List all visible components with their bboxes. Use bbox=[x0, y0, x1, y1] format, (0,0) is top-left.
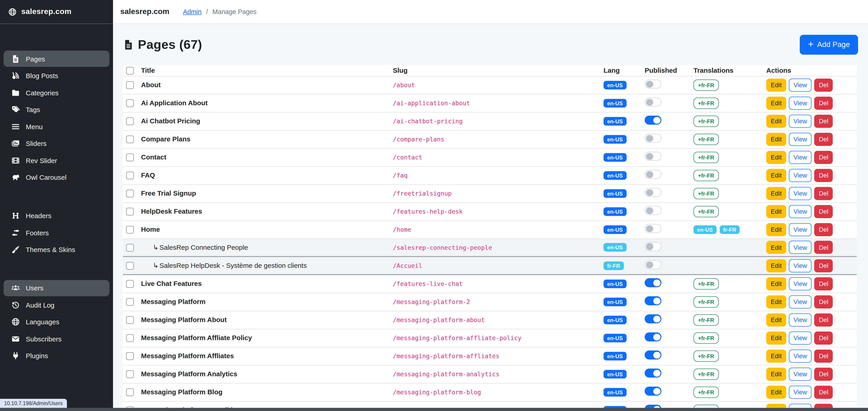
delete-button[interactable]: Del bbox=[814, 368, 833, 380]
add-translation-button[interactable]: +fr-FR bbox=[693, 151, 719, 163]
row-checkbox[interactable] bbox=[126, 226, 134, 234]
edit-button[interactable]: Edit bbox=[766, 277, 786, 290]
view-button[interactable]: View bbox=[789, 241, 811, 254]
edit-button[interactable]: Edit bbox=[766, 78, 786, 92]
view-button[interactable]: View bbox=[789, 205, 811, 218]
add-page-button[interactable]: + Add Page bbox=[800, 35, 858, 55]
edit-button[interactable]: Edit bbox=[766, 368, 786, 380]
delete-button[interactable]: Del bbox=[814, 331, 833, 344]
view-button[interactable]: View bbox=[789, 385, 811, 399]
edit-button[interactable]: Edit bbox=[766, 133, 786, 146]
add-translation-button[interactable]: +fr-FR bbox=[693, 314, 719, 326]
sidebar-item-menu[interactable]: Menu bbox=[4, 118, 110, 135]
edit-button[interactable]: Edit bbox=[766, 241, 786, 254]
add-translation-button[interactable]: +fr-FR bbox=[693, 97, 719, 109]
published-toggle[interactable] bbox=[645, 387, 661, 396]
add-translation-button[interactable]: +fr-FR bbox=[693, 206, 719, 217]
delete-button[interactable]: Del bbox=[814, 241, 833, 254]
published-toggle[interactable] bbox=[645, 333, 661, 341]
add-translation-button[interactable]: +fr-FR bbox=[693, 278, 719, 289]
delete-button[interactable]: Del bbox=[814, 169, 833, 182]
add-translation-button[interactable]: +fr-FR bbox=[693, 133, 719, 145]
published-toggle[interactable] bbox=[645, 296, 661, 305]
view-button[interactable]: View bbox=[789, 78, 811, 92]
sidebar-item-sliders[interactable]: Sliders bbox=[4, 135, 110, 151]
view-button[interactable]: View bbox=[789, 133, 811, 146]
view-button[interactable]: View bbox=[789, 114, 811, 128]
row-checkbox[interactable] bbox=[126, 370, 134, 378]
published-toggle[interactable] bbox=[645, 79, 661, 89]
sidebar-item-blog-posts[interactable]: Blog Posts bbox=[4, 68, 110, 84]
view-button[interactable]: View bbox=[789, 295, 811, 308]
delete-button[interactable]: Del bbox=[814, 277, 833, 290]
row-checkbox[interactable] bbox=[126, 244, 134, 251]
edit-button[interactable]: Edit bbox=[766, 169, 786, 182]
sidebar-item-headers[interactable]: Headers bbox=[4, 208, 110, 224]
sidebar-item-themes-skins[interactable]: Themes & Skins bbox=[4, 241, 110, 258]
row-checkbox[interactable] bbox=[126, 298, 134, 306]
edit-button[interactable]: Edit bbox=[766, 295, 786, 308]
sidebar-item-footers[interactable]: Footers bbox=[4, 225, 110, 241]
edit-button[interactable]: Edit bbox=[766, 187, 786, 200]
published-toggle[interactable] bbox=[645, 98, 661, 107]
published-toggle[interactable] bbox=[645, 152, 661, 161]
delete-button[interactable]: Del bbox=[814, 223, 833, 236]
add-translation-button[interactable]: +fr-FR bbox=[693, 296, 719, 307]
published-toggle[interactable] bbox=[645, 224, 661, 233]
row-checkbox[interactable] bbox=[126, 117, 134, 125]
delete-button[interactable]: Del bbox=[814, 313, 833, 326]
add-translation-button[interactable]: +fr-FR bbox=[693, 79, 719, 91]
delete-button[interactable]: Del bbox=[814, 385, 833, 399]
view-button[interactable]: View bbox=[789, 331, 811, 344]
row-checkbox[interactable] bbox=[126, 81, 134, 89]
edit-button[interactable]: Edit bbox=[766, 223, 786, 236]
row-checkbox[interactable] bbox=[126, 208, 134, 215]
view-button[interactable]: View bbox=[789, 223, 811, 236]
published-toggle[interactable] bbox=[645, 369, 661, 378]
view-button[interactable]: View bbox=[789, 150, 811, 164]
delete-button[interactable]: Del bbox=[814, 187, 833, 200]
row-checkbox[interactable] bbox=[126, 334, 134, 342]
breadcrumb-admin-link[interactable]: Admin bbox=[183, 8, 202, 15]
view-button[interactable]: View bbox=[789, 187, 811, 200]
delete-button[interactable]: Del bbox=[814, 349, 833, 363]
sidebar-item-languages[interactable]: Languages bbox=[4, 314, 110, 330]
add-translation-button[interactable]: +fr-FR bbox=[693, 170, 719, 181]
edit-button[interactable]: Edit bbox=[766, 385, 786, 399]
add-translation-button[interactable]: +fr-FR bbox=[693, 115, 719, 127]
edit-button[interactable]: Edit bbox=[766, 150, 786, 164]
row-checkbox[interactable] bbox=[126, 190, 134, 197]
sidebar-item-subscribers[interactable]: Subscribers bbox=[4, 331, 110, 347]
sidebar-item-plugins[interactable]: Plugins bbox=[4, 347, 110, 364]
row-checkbox[interactable] bbox=[126, 153, 134, 161]
view-button[interactable]: View bbox=[789, 96, 811, 109]
delete-button[interactable]: Del bbox=[814, 133, 833, 146]
published-toggle[interactable] bbox=[645, 314, 661, 323]
sidebar-logo[interactable]: salesrep.com bbox=[0, 0, 113, 24]
published-toggle[interactable] bbox=[645, 260, 661, 269]
edit-button[interactable]: Edit bbox=[766, 349, 786, 363]
published-toggle[interactable] bbox=[645, 188, 661, 197]
published-toggle[interactable] bbox=[645, 350, 661, 359]
delete-button[interactable]: Del bbox=[814, 295, 833, 308]
sidebar-item-audit-log[interactable]: Audit Log bbox=[4, 297, 110, 313]
sidebar-item-owl-carousel[interactable]: Owl Carousel bbox=[4, 169, 110, 185]
delete-button[interactable]: Del bbox=[814, 96, 833, 109]
delete-button[interactable]: Del bbox=[814, 114, 833, 128]
row-checkbox[interactable] bbox=[126, 136, 134, 143]
delete-button[interactable]: Del bbox=[814, 150, 833, 164]
select-all-checkbox[interactable] bbox=[126, 67, 134, 74]
edit-button[interactable]: Edit bbox=[766, 114, 786, 128]
add-translation-button[interactable]: +fr-FR bbox=[693, 368, 719, 380]
add-translation-button[interactable]: +fr-FR bbox=[693, 350, 719, 362]
published-toggle[interactable] bbox=[645, 206, 661, 215]
view-button[interactable]: View bbox=[789, 368, 811, 380]
edit-button[interactable]: Edit bbox=[766, 259, 786, 272]
row-checkbox[interactable] bbox=[126, 316, 134, 324]
row-checkbox[interactable] bbox=[126, 352, 134, 360]
view-button[interactable]: View bbox=[789, 313, 811, 326]
edit-button[interactable]: Edit bbox=[766, 205, 786, 218]
published-toggle[interactable] bbox=[645, 134, 661, 143]
delete-button[interactable]: Del bbox=[814, 78, 833, 92]
edit-button[interactable]: Edit bbox=[766, 331, 786, 344]
